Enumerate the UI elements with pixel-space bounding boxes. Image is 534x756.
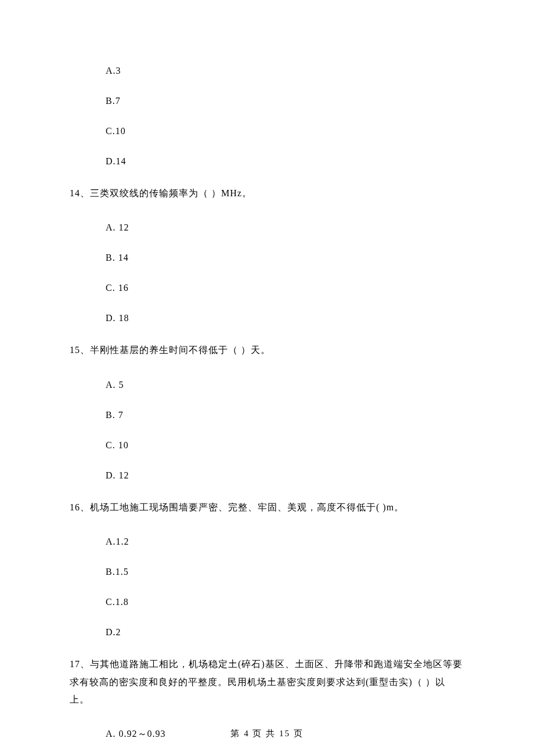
option-b: B. 14 — [106, 251, 464, 265]
q16-options: A.1.2 B.1.5 C.1.8 D.2 — [70, 535, 464, 639]
page-footer: 第 4 页 共 15 页 — [0, 727, 534, 740]
question-15: 15、半刚性基层的养生时间不得低于（ ）天。 — [70, 341, 464, 359]
option-b: B.1.5 — [106, 565, 464, 579]
option-d: D. 18 — [106, 311, 464, 325]
question-16: 16、机场工地施工现场围墙要严密、完整、牢固、美观，高度不得低于( )m。 — [70, 499, 464, 516]
option-a: A.1.2 — [106, 535, 464, 549]
option-c: C. 10 — [106, 438, 464, 452]
option-c: C.1.8 — [106, 595, 464, 609]
q13-options: A.3 B.7 C.10 D.14 — [70, 64, 464, 168]
question-17: 17、与其他道路施工相比，机场稳定土(碎石)基区、土面区、升降带和跑道端安全地区… — [70, 656, 464, 708]
option-b: B. 7 — [106, 408, 464, 422]
q14-options: A. 12 B. 14 C. 16 D. 18 — [70, 221, 464, 325]
question-14: 14、三类双绞线的传输频率为（ ）MHz。 — [70, 185, 464, 202]
option-a: A. 5 — [106, 378, 464, 392]
option-a: A.3 — [106, 64, 464, 78]
q15-options: A. 5 B. 7 C. 10 D. 12 — [70, 378, 464, 483]
option-c: C.10 — [106, 124, 464, 138]
option-b: B.7 — [106, 94, 464, 108]
option-d: D.2 — [106, 625, 464, 639]
option-d: D. 12 — [106, 469, 464, 483]
option-a: A. 12 — [106, 221, 464, 235]
page-content: A.3 B.7 C.10 D.14 14、三类双绞线的传输频率为（ ）MHz。 … — [0, 0, 534, 756]
option-d: D.14 — [106, 154, 464, 168]
option-c: C. 16 — [106, 281, 464, 295]
